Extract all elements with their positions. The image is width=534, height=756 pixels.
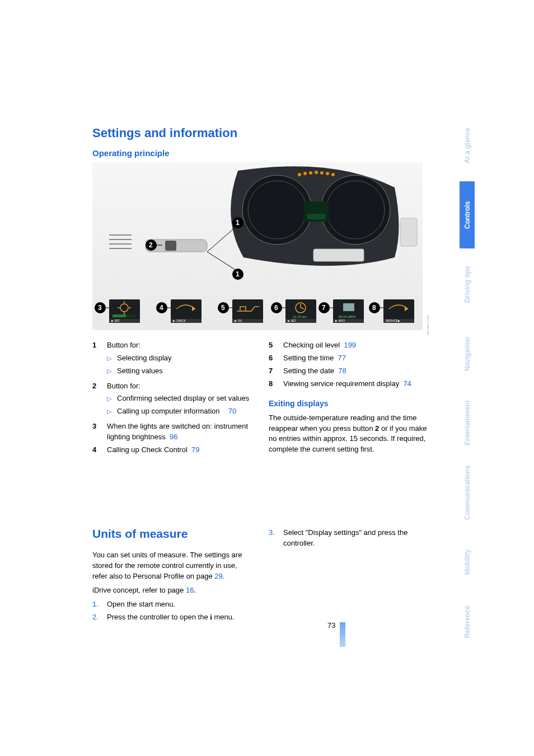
- svg-rect-6: [307, 214, 325, 219]
- svg-text:3: 3: [98, 304, 102, 312]
- callout-text: Calling up Check Control: [107, 445, 188, 454]
- page-ref[interactable]: 199: [344, 341, 356, 349]
- svg-text:8: 8: [372, 304, 376, 312]
- svg-point-1: [242, 175, 312, 245]
- callout-subitem: ▷Setting values: [107, 366, 252, 377]
- side-tab-navigation[interactable]: Navigation: [460, 320, 475, 387]
- callout-number: 5: [269, 340, 277, 351]
- figure-instrument-cluster: 1 2 1: [92, 162, 423, 330]
- callout-item: 6Setting the time 77: [269, 353, 428, 364]
- callout-left-column: 1Button for:▷Selecting display▷Setting v…: [92, 340, 252, 458]
- svg-point-13: [331, 173, 335, 176]
- step-2-num: 2.: [92, 612, 101, 623]
- svg-point-3: [321, 175, 390, 245]
- units-steps-right: 3. Select "Display settings" and press t…: [269, 528, 428, 549]
- triangle-bullet-icon: ▷: [107, 366, 113, 377]
- side-tab-communications[interactable]: Communications: [460, 459, 475, 526]
- svg-rect-20: [313, 249, 364, 261]
- heading-units-of-measure: Units of measure: [92, 525, 252, 542]
- side-tab-driving-tips[interactable]: Driving tips: [460, 251, 475, 318]
- side-tab-at-a-glance[interactable]: At a glance: [460, 112, 475, 179]
- callout-number: 4: [92, 445, 100, 456]
- callout-body: Button for:▷Confirming selected display …: [107, 381, 252, 420]
- page-ref-29[interactable]: 29: [214, 572, 222, 580]
- units-p2-pre: iDrive concept, refer to page: [92, 586, 186, 594]
- side-tab-entertainment[interactable]: Entertainment: [460, 389, 475, 457]
- side-tab-mobility[interactable]: Mobility: [460, 528, 475, 595]
- callout-number: 3: [92, 421, 100, 443]
- step-2-post: menu.: [212, 613, 235, 621]
- step-3-num: 3.: [269, 528, 278, 549]
- callout-sublist: ▷Confirming selected display or set valu…: [107, 393, 252, 417]
- page-ref-16[interactable]: 16: [186, 586, 194, 594]
- triangle-bullet-icon: ▷: [107, 353, 113, 364]
- svg-text:5: 5: [221, 304, 225, 312]
- step-1: 1. Open the start menu.: [92, 599, 252, 610]
- callout-right-column: 5Checking oil level 1996Setting the time…: [269, 340, 428, 458]
- callout-body: Viewing service requirement display 74: [283, 379, 428, 389]
- page-ref[interactable]: 96: [170, 433, 177, 441]
- page-number: 73: [327, 621, 335, 630]
- side-tab-controls[interactable]: Controls: [460, 181, 475, 248]
- svg-text:09.04.2004: 09.04.2004: [339, 315, 356, 318]
- svg-text:1: 1: [236, 270, 240, 278]
- units-para-2: iDrive concept, refer to page 16.: [92, 585, 252, 596]
- heading-settings-and-information: Settings and information: [92, 126, 428, 140]
- svg-text:7: 7: [322, 304, 326, 312]
- callout-text: Viewing service requirement display: [283, 379, 399, 388]
- svg-point-7: [298, 173, 301, 176]
- callout-item: 7Setting the date 78: [269, 366, 428, 377]
- step-2: 2. Press the controller to open the i me…: [92, 612, 252, 623]
- callout-text: Setting the time: [283, 354, 334, 362]
- step-2-body: Press the controller to open the i menu.: [107, 612, 235, 623]
- units-p1-post: .: [223, 572, 225, 580]
- callout-number: 6: [269, 353, 277, 364]
- callout-sublist: ▷Selecting display▷Setting values: [107, 353, 252, 377]
- callout-columns: 1Button for:▷Selecting display▷Setting v…: [92, 340, 428, 458]
- callout-body: Setting the date 78: [283, 366, 428, 377]
- svg-rect-61: [343, 303, 354, 311]
- units-p2-post: .: [194, 586, 196, 594]
- svg-text:2: 2: [149, 241, 153, 249]
- page-ref[interactable]: 74: [403, 379, 411, 388]
- callout-subtext: Calling up computer information: [117, 406, 220, 417]
- callout-text: Button for:: [107, 341, 140, 349]
- exiting-displays-paragraph: The outside-temperature reading and the …: [269, 413, 428, 455]
- callout-item: 5Checking oil level 199: [269, 340, 428, 351]
- side-tab-reference[interactable]: Reference: [460, 598, 475, 645]
- page: Settings and information Operating princ…: [0, 0, 534, 756]
- step-3: 3. Select "Display settings" and press t…: [269, 528, 428, 549]
- svg-text:SERVICE▶: SERVICE▶: [386, 319, 400, 322]
- page-ref[interactable]: 79: [191, 445, 199, 454]
- svg-text:▶ SET: ▶ SET: [111, 319, 120, 322]
- svg-rect-21: [400, 218, 417, 246]
- callout-subitem: ▷Calling up computer information 70: [107, 406, 252, 417]
- callout-text: Checking oil level: [283, 341, 340, 349]
- step-2-pre: Press the controller to open the: [107, 613, 210, 621]
- callout-subitem: ▷Selecting display: [107, 353, 252, 364]
- content-area: Settings and information Operating princ…: [92, 126, 428, 625]
- callout-body: Calling up Check Control 79: [107, 445, 252, 456]
- callout-text: Setting the date: [283, 367, 334, 375]
- svg-text:11:15 am: 11:15 am: [293, 315, 307, 318]
- callout-number: 8: [269, 379, 277, 389]
- callout-subtext: Setting values: [117, 366, 163, 377]
- callout-body: Button for:▷Selecting display▷Setting va…: [107, 340, 252, 379]
- image-side-code: WKCSBHr-bEMs: [427, 314, 429, 335]
- heading-operating-principle: Operating principle: [92, 148, 428, 158]
- step-1-num: 1.: [92, 599, 101, 610]
- page-ref[interactable]: 70: [224, 406, 237, 417]
- svg-text:▶ CHECK: ▶ CHECK: [173, 319, 186, 322]
- page-ref[interactable]: 78: [338, 367, 346, 375]
- callout-subitem: ▷Confirming selected display or set valu…: [107, 393, 252, 404]
- page-number-bar: [340, 622, 345, 647]
- callout-number: 7: [269, 366, 277, 377]
- heading-exiting-displays: Exiting displays: [269, 398, 428, 409]
- callout-item: 2Button for:▷Confirming selected display…: [92, 381, 252, 420]
- callout-text: Button for:: [107, 382, 140, 390]
- units-left-column: Units of measure You can set units of me…: [92, 525, 252, 625]
- left-callout-list: 1Button for:▷Selecting display▷Setting v…: [92, 340, 252, 456]
- callout-number: 2: [92, 381, 100, 420]
- callout-body: Checking oil level 199: [283, 340, 428, 351]
- page-ref[interactable]: 77: [338, 354, 346, 362]
